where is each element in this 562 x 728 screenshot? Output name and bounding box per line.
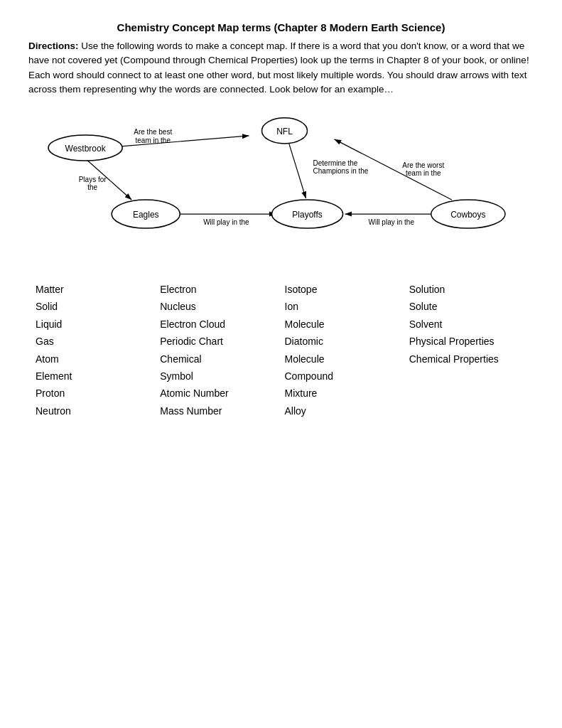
- list-item: Neutron: [36, 403, 160, 419]
- list-item: Molecule: [285, 351, 409, 367]
- list-item: Mass Number: [160, 403, 284, 419]
- list-item: Solution: [409, 282, 534, 297]
- page-title: Chemistry Concept Map terms (Chapter 8 M…: [28, 21, 534, 33]
- svg-text:Are the worst: Are the worst: [402, 161, 444, 169]
- list-item: Alloy: [285, 403, 409, 419]
- list-item: Element: [36, 368, 160, 384]
- list-item: Symbol: [160, 368, 284, 384]
- svg-text:Are the best: Are the best: [134, 128, 172, 136]
- list-item: Solvent: [409, 316, 534, 332]
- svg-text:Eagles: Eagles: [133, 210, 159, 220]
- list-item: Periodic Chart: [160, 333, 284, 349]
- svg-text:Cowboys: Cowboys: [450, 210, 485, 220]
- list-item: Chemical Properties: [409, 351, 534, 367]
- list-item: Solid: [36, 299, 160, 314]
- svg-line-7: [288, 141, 306, 198]
- diagram-container: Are the best team in the Plays for the D…: [28, 104, 534, 267]
- list-item: Chemical: [160, 351, 284, 367]
- directions-label: Directions:: [28, 41, 79, 51]
- svg-text:team in the: team in the: [136, 136, 171, 144]
- svg-text:NFL: NFL: [276, 127, 293, 136]
- svg-text:Determine the: Determine the: [313, 159, 358, 167]
- list-item: Atom: [36, 351, 160, 367]
- svg-text:team in the: team in the: [406, 169, 441, 177]
- directions-text: Use the following words to make a concep…: [28, 41, 529, 95]
- list-item: Solute: [409, 299, 534, 314]
- list-item: Gas: [36, 333, 160, 349]
- word-column-3: Isotope Ion Molecule Diatomic Molecule C…: [285, 282, 409, 419]
- svg-text:Plays for: Plays for: [79, 176, 107, 183]
- list-item: Electron: [160, 282, 284, 297]
- svg-text:Will play in the: Will play in the: [368, 218, 414, 226]
- list-item: Isotope: [285, 282, 409, 297]
- list-item: Atomic Number: [160, 385, 284, 401]
- word-column-4: Solution Solute Solvent Physical Propert…: [409, 282, 534, 419]
- word-column-2: Electron Nucleus Electron Cloud Periodic…: [160, 282, 284, 419]
- directions-paragraph: Directions: Use the following words to m…: [28, 39, 534, 97]
- list-item: Compound: [285, 368, 409, 384]
- list-item: Physical Properties: [409, 333, 534, 349]
- list-item: Matter: [36, 282, 160, 297]
- svg-text:Playoffs: Playoffs: [292, 210, 322, 220]
- word-lists: Matter Solid Liquid Gas Atom Element Pro…: [28, 282, 534, 419]
- svg-text:Westbrook: Westbrook: [65, 144, 107, 154]
- svg-text:Champions in the: Champions in the: [313, 167, 369, 175]
- list-item: Proton: [36, 385, 160, 401]
- list-item: Diatomic: [285, 333, 409, 349]
- list-item: Molecule: [285, 316, 409, 332]
- list-item: Electron Cloud: [160, 316, 284, 332]
- list-item: Mixture: [285, 385, 409, 401]
- list-item: Ion: [285, 299, 409, 314]
- word-column-1: Matter Solid Liquid Gas Atom Element Pro…: [36, 282, 160, 419]
- list-item: Nucleus: [160, 299, 284, 314]
- svg-text:the: the: [87, 183, 97, 191]
- list-item: Liquid: [36, 316, 160, 332]
- svg-text:Will play in the: Will play in the: [203, 218, 249, 226]
